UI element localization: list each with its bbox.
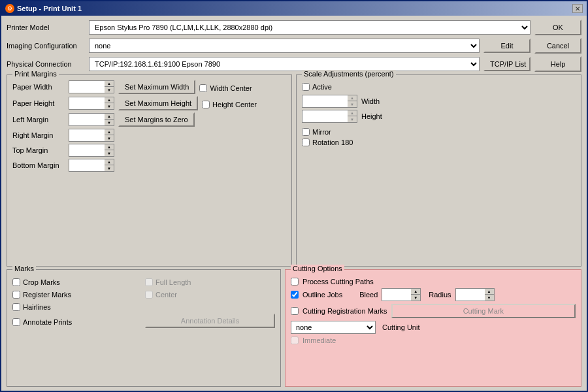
right-margin-up[interactable]: ▲ xyxy=(105,129,114,135)
top-margin-spinner-buttons: ▲ ▼ xyxy=(105,144,114,157)
connection-select-wrap: TCP/IP:192.168.1.61:9100 Epson 7890 xyxy=(89,57,480,71)
top-margin-input[interactable]: 0.000 xyxy=(69,144,105,157)
paper-width-input[interactable]: 22 xyxy=(69,80,105,93)
print-margins-label: Print Margins xyxy=(12,70,59,78)
print-margins-group: Print Margins Paper Width 22 ▲ ▼ Set Max… xyxy=(7,74,292,267)
printer-select-wrap: Epson Stylus Pro 7890 (LC,LM,LK,LLK, 288… xyxy=(89,20,531,35)
imaging-select[interactable]: none xyxy=(89,39,480,53)
active-label: Active xyxy=(312,83,332,91)
window-title: Setup - Print Unit 1 xyxy=(17,5,82,12)
top-margin-down[interactable]: ▼ xyxy=(105,150,114,156)
cutting-options-group: Cutting Options Process Cutting Paths Ou… xyxy=(285,269,581,387)
cutting-reg-marks-label: Cutting Registration Marks xyxy=(302,307,387,315)
top-margin-up[interactable]: ▲ xyxy=(105,144,114,150)
main-content: Printer Model Epson Stylus Pro 7890 (LC,… xyxy=(1,16,587,391)
paper-height-down[interactable]: ▼ xyxy=(105,103,114,109)
bleed-spinner-buttons: ▲ ▼ xyxy=(411,288,421,301)
left-margin-down[interactable]: ▼ xyxy=(105,120,114,125)
paper-width-row: Paper Width 22 ▲ ▼ Set Maximum Width Wid… xyxy=(12,80,286,94)
scale-height-input[interactable]: 100.0000 xyxy=(302,110,348,123)
ok-button[interactable]: OK xyxy=(534,20,581,35)
bottom-margin-spinner: 0.000 ▲ ▼ xyxy=(69,159,114,172)
rotation-label: Rotation 180 xyxy=(312,139,353,146)
close-button[interactable]: ✕ xyxy=(572,4,583,13)
bleed-input[interactable]: 0.100 xyxy=(382,288,411,301)
header-section: Printer Model Epson Stylus Pro 7890 (LC,… xyxy=(7,20,581,72)
paper-width-spinner-buttons: ▲ ▼ xyxy=(105,80,114,93)
bleed-down[interactable]: ▼ xyxy=(411,295,420,301)
process-cutting-checkbox[interactable] xyxy=(291,278,299,286)
set-max-height-button[interactable]: Set Maximum Height xyxy=(118,96,198,110)
marks-group: Marks Crop Marks Full Length Register Ma… xyxy=(7,269,281,387)
height-center-checkbox[interactable] xyxy=(202,101,210,108)
center-label: Center xyxy=(155,291,177,299)
help-button[interactable]: Help xyxy=(534,56,581,72)
left-margin-spinner-buttons: ▲ ▼ xyxy=(105,113,114,126)
register-marks-checkbox[interactable] xyxy=(12,291,20,299)
right-margin-down[interactable]: ▼ xyxy=(105,135,114,141)
paper-height-spinner: 1000 ▲ ▼ xyxy=(69,97,114,110)
radius-down[interactable]: ▼ xyxy=(485,295,494,301)
outline-jobs-checkbox[interactable] xyxy=(291,291,299,299)
paper-width-label: Paper Width xyxy=(12,83,65,91)
paper-width-up[interactable]: ▲ xyxy=(105,81,114,87)
left-margin-input[interactable]: 0.000 xyxy=(69,113,105,126)
left-margin-up[interactable]: ▲ xyxy=(105,114,114,120)
annotate-prints-checkbox[interactable] xyxy=(12,318,20,326)
crop-marks-checkbox[interactable] xyxy=(12,278,20,286)
paper-height-up[interactable]: ▲ xyxy=(105,97,114,103)
scale-adjustments-group: Scale Adjustments (percent) Active 100.0… xyxy=(296,74,581,267)
cancel-button[interactable]: Cancel xyxy=(534,38,581,54)
tcpip-button[interactable]: TCP/IP List xyxy=(483,57,531,71)
bottom-margin-up[interactable]: ▲ xyxy=(105,159,114,165)
title-bar-left: ⚙ Setup - Print Unit 1 xyxy=(5,4,82,13)
bottom-margin-row: Bottom Margin 0.000 ▲ ▼ xyxy=(12,159,286,172)
scale-width-input[interactable]: 100.0000 xyxy=(302,95,348,108)
scale-width-row: 100.0000 ▲ ▼ Width xyxy=(302,95,576,108)
right-margin-input[interactable]: 0.000 xyxy=(69,129,105,142)
title-bar: ⚙ Setup - Print Unit 1 ✕ xyxy=(1,1,587,16)
active-checkbox[interactable] xyxy=(302,83,310,91)
paper-height-label: Paper Height xyxy=(12,99,65,107)
height-center-row: Height Center xyxy=(202,101,257,108)
scale-adjustments-label: Scale Adjustments (percent) xyxy=(302,70,396,78)
printer-select[interactable]: Epson Stylus Pro 7890 (LC,LM,LK,LLK, 288… xyxy=(89,20,531,35)
scale-height-spinner-buttons: ▲ ▼ xyxy=(348,110,357,123)
imaging-row: Imaging Configuration none Edit Cancel xyxy=(7,38,581,54)
cutting-mark-button: Cutting Mark xyxy=(391,304,576,318)
process-cutting-label: Process Cutting Paths xyxy=(302,278,374,286)
connection-select[interactable]: TCP/IP:192.168.1.61:9100 Epson 7890 xyxy=(89,57,480,71)
printer-label: Printer Model xyxy=(7,24,85,31)
scale-height-up: ▲ xyxy=(348,110,357,116)
mirror-label: Mirror xyxy=(312,128,331,136)
left-margin-spinner: 0.000 ▲ ▼ xyxy=(69,113,114,126)
scale-height-down: ▼ xyxy=(348,116,357,122)
immediate-checkbox xyxy=(291,336,299,344)
set-max-width-button[interactable]: Set Maximum Width xyxy=(118,80,195,94)
width-center-checkbox[interactable] xyxy=(199,84,207,92)
annotation-details-button: Annotation Details xyxy=(145,314,275,328)
radius-input[interactable]: 0.500 xyxy=(455,288,485,301)
mirror-row: Mirror xyxy=(302,128,576,136)
hairlines-checkbox[interactable] xyxy=(12,303,20,311)
edit-button[interactable]: Edit xyxy=(483,39,531,53)
cutting-unit-select[interactable]: none xyxy=(291,321,376,334)
bleed-up[interactable]: ▲ xyxy=(411,289,420,295)
radius-up[interactable]: ▲ xyxy=(485,289,494,295)
set-margins-zero-button[interactable]: Set Margins to Zero xyxy=(118,112,195,127)
imaging-label: Imaging Configuration xyxy=(7,42,85,50)
bottom-margin-input[interactable]: 0.000 xyxy=(69,159,105,172)
rotation-checkbox[interactable] xyxy=(302,139,310,146)
immediate-row: Immediate xyxy=(291,336,576,344)
active-row: Active xyxy=(302,83,576,91)
cutting-reg-marks-checkbox[interactable] xyxy=(291,307,299,315)
right-margin-label: Right Margin xyxy=(12,131,65,139)
radius-spinner: 0.500 ▲ ▼ xyxy=(455,288,495,301)
paper-height-input[interactable]: 1000 xyxy=(69,97,105,110)
paper-width-down[interactable]: ▼ xyxy=(105,87,114,93)
mirror-checkbox[interactable] xyxy=(302,128,310,136)
full-length-row: Full Length xyxy=(145,278,275,286)
right-margin-spinner-buttons: ▲ ▼ xyxy=(105,129,114,142)
bottom-margin-down[interactable]: ▼ xyxy=(105,165,114,171)
app-icon: ⚙ xyxy=(5,4,14,13)
